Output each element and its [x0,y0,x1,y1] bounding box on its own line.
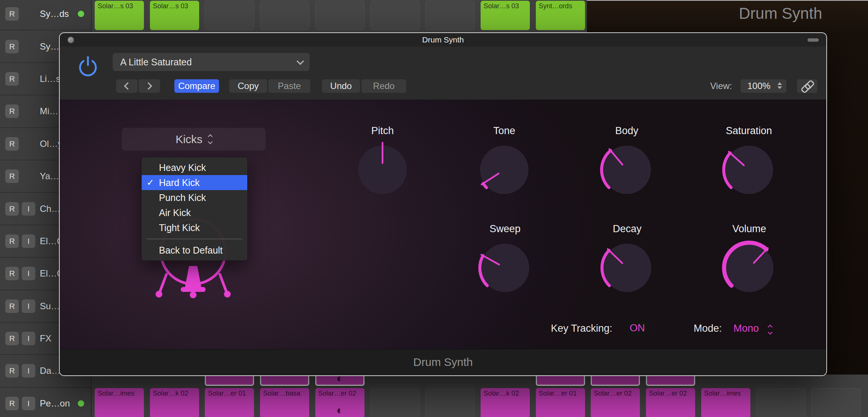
link-button[interactable] [797,79,817,93]
window-minimize-dash[interactable] [808,38,819,42]
clip-cell[interactable]: Solar…s 03 [95,1,144,30]
clip-cell[interactable]: Solar…er 02◐ [315,388,364,417]
pitch-knob[interactable] [349,137,416,203]
copy-button[interactable]: Copy [229,79,267,93]
clip-cell[interactable]: Solar…er 01 [205,388,254,417]
clip-progress-icon: ◐ [315,405,364,416]
menu-item[interactable]: Punch Kick [142,190,247,205]
record-arm-button[interactable]: R [5,40,19,53]
track-name: Sy… [40,41,59,52]
mode-label: Mode: [694,323,722,334]
tone-knob[interactable] [471,137,537,203]
empty-cell[interactable] [260,1,309,30]
clip-cell[interactable]: Solar…er 01 [536,388,585,417]
plugin-footer: Drum Synth [60,349,826,375]
window-titlebar[interactable]: Drum Synth [60,33,826,47]
input-monitoring-button[interactable]: I [22,299,35,313]
knob-label: Pitch [337,125,428,137]
menu-item[interactable]: Heavy Kick [142,160,247,175]
record-arm-button[interactable]: R [5,299,19,313]
empty-cell[interactable] [756,388,805,417]
input-monitoring-button[interactable]: I [22,332,35,345]
paste-button[interactable]: Paste [268,79,310,93]
menu-item[interactable]: ✓Hard Kick [142,175,247,190]
input-monitoring-button[interactable]: I [22,397,35,410]
preset-next-button[interactable] [139,79,160,93]
input-monitoring-button[interactable]: I [22,202,35,216]
clip-cell[interactable]: Solar…s 03 [481,1,530,30]
category-selector[interactable]: Kicks [122,128,266,151]
track-active-dot [78,400,84,406]
empty-cell[interactable] [315,1,364,30]
track-name: Sy…ds [40,9,69,19]
saturation-knob[interactable] [716,137,782,203]
menu-item-label: Hard Kick [159,177,200,188]
power-button[interactable] [76,55,100,78]
clip-cell[interactable]: Solar…s 03 [150,1,199,30]
empty-cell[interactable] [425,388,475,417]
record-arm-button[interactable]: R [5,104,19,118]
track-name: Su… [40,301,60,311]
empty-cell[interactable] [370,1,420,30]
input-monitoring-button[interactable]: I [22,234,35,248]
menu-item-back-to-default[interactable]: Back to Default [142,243,247,258]
window-title: Drum Synth [60,33,826,47]
record-arm-button[interactable]: R [5,7,19,21]
track-row: RSy…ds [0,0,92,30]
record-arm-button[interactable]: R [5,202,19,216]
empty-cell[interactable] [370,388,420,417]
decay-knob[interactable] [594,235,660,301]
track-name: FX [40,333,51,344]
stepper-arrows-icon[interactable] [777,82,782,89]
record-arm-button[interactable]: R [5,72,19,86]
menu-item[interactable]: Air Kick [142,205,247,220]
drum-synth-window: Drum Synth A Little Saturated Compare [60,33,826,375]
volume-knob[interactable] [716,235,782,301]
plugin-footer-title: Drum Synth [60,349,826,375]
clip-label: Solar…s 03 [95,1,144,10]
preset-prev-button[interactable] [116,79,138,93]
sweep-knob[interactable] [472,235,538,301]
compare-button[interactable]: Compare [174,79,219,93]
track-active-dot [78,11,84,17]
record-arm-button[interactable]: R [5,137,19,151]
chevron-up-down-icon [209,135,212,144]
clip-label: Solar…basa [260,388,309,397]
clip-cell[interactable]: Solar…er 02 [646,388,695,417]
category-label: Kicks [175,133,203,146]
knob-label: Body [582,125,672,137]
menu-item[interactable]: Tight Kick [142,220,247,235]
drum-synth-panel: Kicks Heavy Kick✓Hard KickP [60,100,826,349]
key-tracking-toggle[interactable]: ON [626,320,649,336]
input-monitoring-button[interactable]: I [22,364,35,378]
empty-cell[interactable] [811,388,860,417]
clip-cell[interactable]: Solar…k 02 [481,388,530,417]
clip-cell[interactable]: Solar…imes [701,388,750,417]
track-name: Ya… [40,171,59,181]
body-knob[interactable] [594,137,660,203]
clip-cell[interactable]: Solar…er 02 [591,388,640,417]
chevron-right-icon [145,82,152,90]
clip-cell[interactable]: Solar…imes [95,388,144,417]
record-arm-button[interactable]: R [5,234,19,248]
preset-selector[interactable]: A Little Saturated [113,53,310,71]
zoom-stepper[interactable]: 100% [741,79,786,93]
redo-button[interactable]: Redo [361,79,406,93]
record-arm-button[interactable]: R [5,397,19,410]
clip-cell[interactable]: Solar…basa [260,388,309,417]
empty-cell[interactable] [425,1,475,30]
undo-button[interactable]: Undo [322,79,360,93]
clip-cell[interactable]: Synt…ords [536,1,585,30]
clip-cell[interactable]: Solar…k 02 [150,388,199,417]
record-arm-button[interactable]: R [5,169,19,183]
record-arm-button[interactable]: R [5,364,19,378]
record-arm-button[interactable]: R [5,267,19,280]
mode-chevron-icon [768,325,772,334]
input-monitoring-button[interactable]: I [22,267,35,280]
record-arm-button[interactable]: R [5,332,19,345]
menu-item-label: Punch Kick [159,192,206,203]
track-row: RIPe…on [0,388,92,417]
empty-cell[interactable] [205,1,254,30]
clip-label: Solar…s 03 [481,1,530,10]
mode-selector[interactable]: Mono [733,323,759,334]
